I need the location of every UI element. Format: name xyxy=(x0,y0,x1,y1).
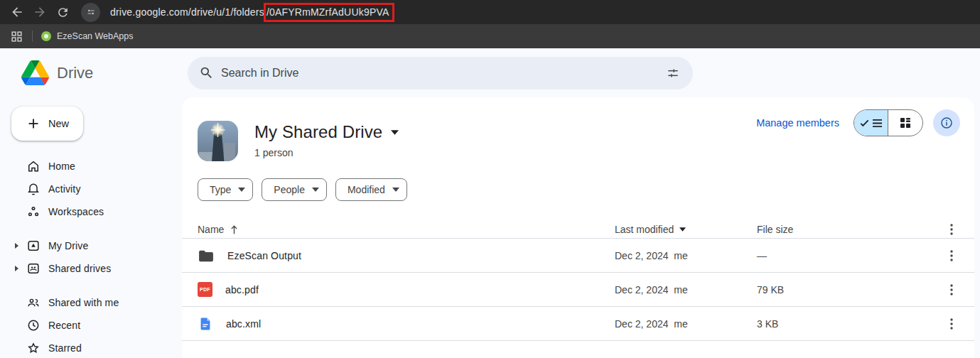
file-size: 3 KB xyxy=(757,318,935,330)
bookmark-label: EzeScan WebApps xyxy=(57,31,133,41)
drive-app: Drive New xyxy=(0,48,980,358)
chip-label: Modified xyxy=(348,184,385,195)
url-folder-id-highlight: /0AFYRmMZrfAdUUk9PVA xyxy=(264,3,395,22)
expand-caret-icon[interactable] xyxy=(14,266,19,271)
file-name: abc.pdf xyxy=(225,284,259,295)
file-size: 79 KB xyxy=(757,284,935,295)
app-header: Drive xyxy=(0,48,980,97)
page-title: My Shared Drive xyxy=(254,122,382,142)
column-label: Name xyxy=(198,224,224,235)
filter-chip-type[interactable]: Type xyxy=(198,178,253,201)
file-row-ezescan-output[interactable]: EzeScan Output Dec 2, 2024 me — xyxy=(182,239,974,273)
address-bar[interactable]: drive.google.com/drive/u/1/folders/0AFYR… xyxy=(110,3,394,22)
table-header: Name Last modified File size xyxy=(182,217,974,239)
view-toggle xyxy=(854,109,923,136)
sidebar-item-my-drive[interactable]: My Drive xyxy=(0,234,182,257)
manage-members-link[interactable]: Manage members xyxy=(756,117,839,129)
file-modified: Dec 2, 2024 me xyxy=(615,284,757,295)
sidebar-item-label: Home xyxy=(48,161,75,172)
file-name: abc.xml xyxy=(226,318,261,330)
back-icon[interactable] xyxy=(7,2,27,22)
new-button-label: New xyxy=(48,118,69,129)
title-caret-icon xyxy=(391,130,399,135)
column-header-modified[interactable]: Last modified xyxy=(615,224,757,235)
file-row-abc-pdf[interactable]: PDF abc.pdf Dec 2, 2024 me 79 KB xyxy=(182,273,974,307)
search-filters-icon[interactable] xyxy=(659,59,687,87)
sidebar-item-label: Shared drives xyxy=(48,263,111,274)
row-kebab-icon[interactable] xyxy=(939,243,964,268)
sidebar-item-label: Starred xyxy=(48,342,82,354)
forward-icon[interactable] xyxy=(30,2,50,22)
grid-view-button[interactable] xyxy=(888,110,922,136)
check-icon xyxy=(860,119,869,128)
url-prefix: drive.google.com/drive/u/1/folders xyxy=(110,6,264,18)
sidebar-item-label: Activity xyxy=(48,183,81,195)
shared-drives-icon xyxy=(26,261,41,276)
drive-logo-block[interactable]: Drive xyxy=(0,60,182,85)
content-card: My Shared Drive 1 person Manage members xyxy=(182,97,974,358)
chip-label: People xyxy=(274,184,305,195)
file-table: Name Last modified File size xyxy=(182,217,974,341)
sidebar-item-label: Workspaces xyxy=(48,206,104,217)
list-icon xyxy=(872,119,883,128)
file-name: EzeScan Output xyxy=(227,250,301,261)
drive-wordmark: Drive xyxy=(57,64,93,82)
chip-label: Type xyxy=(210,184,231,195)
shared-drive-avatar[interactable] xyxy=(198,121,238,161)
sort-ascending-icon xyxy=(230,224,239,234)
sidebar-item-shared-drives[interactable]: Shared drives xyxy=(0,257,182,280)
browser-toolbar: drive.google.com/drive/u/1/folders/0AFYR… xyxy=(0,0,980,24)
sidebar-item-label: Recent xyxy=(48,320,80,331)
reload-icon[interactable] xyxy=(53,2,72,22)
sidebar-item-home[interactable]: Home xyxy=(0,155,182,178)
filter-chip-modified[interactable]: Modified xyxy=(335,178,407,201)
sidebar-item-recent[interactable]: Recent xyxy=(0,314,182,337)
sidebar: New Home Activity xyxy=(0,97,182,358)
site-info-icon[interactable] xyxy=(81,3,100,22)
bookmark-ezescan[interactable]: EzeScan WebApps xyxy=(41,31,133,41)
table-options-kebab-icon[interactable] xyxy=(939,217,964,242)
search-icon xyxy=(199,65,214,80)
details-info-button[interactable] xyxy=(933,109,960,136)
chevron-down-icon xyxy=(238,188,245,192)
app-body: New Home Activity xyxy=(0,97,980,358)
bookmarks-bar: EzeScan WebApps xyxy=(0,24,980,48)
sort-caret-icon xyxy=(679,227,686,232)
drive-logo-icon xyxy=(21,60,49,85)
sidebar-item-shared-with-me[interactable]: Shared with me xyxy=(0,291,182,314)
members-count: 1 person xyxy=(254,147,399,158)
row-kebab-icon[interactable] xyxy=(939,277,964,303)
star-icon xyxy=(26,341,41,355)
sidebar-item-activity[interactable]: Activity xyxy=(0,178,182,200)
chevron-down-icon xyxy=(312,188,319,192)
folder-icon xyxy=(198,247,215,264)
search-bar[interactable] xyxy=(188,57,693,90)
url-folder-id: /0AFYRmMZrfAdUUk9PVA xyxy=(266,6,389,18)
sidebar-item-starred[interactable]: Starred xyxy=(0,337,182,358)
filter-chip-people[interactable]: People xyxy=(262,178,327,201)
home-icon xyxy=(26,159,41,173)
column-header-name[interactable]: Name xyxy=(198,224,615,235)
column-label: File size xyxy=(757,224,793,235)
file-row-abc-xml[interactable]: abc.xml Dec 2, 2024 me 3 KB xyxy=(182,307,974,341)
search-input[interactable] xyxy=(221,67,652,80)
header-controls: Manage members xyxy=(756,109,960,136)
drive-title-menu[interactable]: My Shared Drive xyxy=(254,122,399,142)
row-kebab-icon[interactable] xyxy=(939,311,964,337)
column-header-size[interactable]: File size xyxy=(757,224,935,235)
expand-caret-icon[interactable] xyxy=(14,243,19,249)
info-icon xyxy=(939,116,954,130)
sidebar-item-workspaces[interactable]: Workspaces xyxy=(0,200,182,223)
xml-file-icon xyxy=(198,316,213,332)
sidebar-nav: Home Activity Workspaces xyxy=(0,155,182,358)
filter-chips: Type People Modified xyxy=(198,178,974,201)
title-block: My Shared Drive 1 person xyxy=(254,121,399,158)
sidebar-item-label: My Drive xyxy=(48,240,88,251)
ezescan-favicon xyxy=(41,31,51,41)
column-label: Last modified xyxy=(615,224,674,235)
new-button[interactable]: New xyxy=(11,107,83,141)
apps-grid-icon[interactable] xyxy=(10,30,23,43)
file-size: — xyxy=(757,250,935,261)
list-view-button[interactable] xyxy=(854,110,888,136)
pdf-icon: PDF xyxy=(198,282,212,297)
